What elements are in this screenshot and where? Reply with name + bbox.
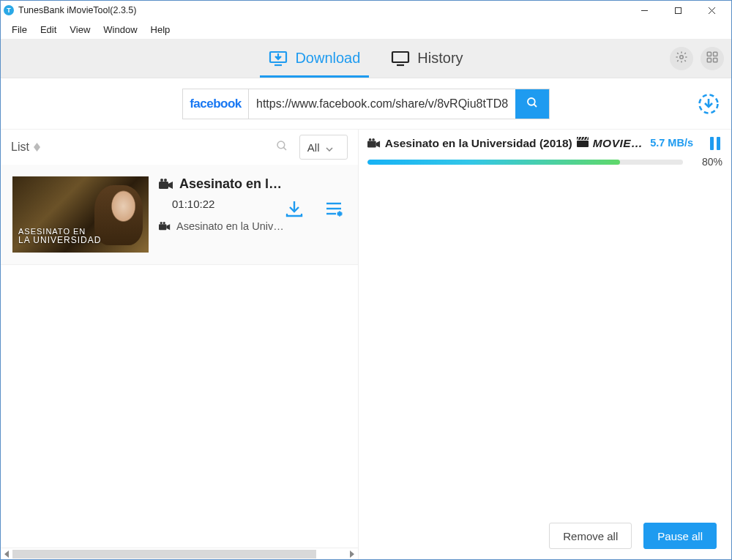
search-button[interactable]	[515, 89, 549, 119]
download-speed: 5.7 MB/s	[650, 137, 693, 149]
svg-point-40	[372, 138, 375, 141]
bulk-download-button[interactable]	[698, 93, 720, 115]
download-icon	[269, 51, 288, 67]
horizontal-scrollbar[interactable]	[1, 548, 358, 559]
app-window: T TunesBank iMovieTool(2.3.5) File Edit …	[0, 0, 732, 560]
menu-view[interactable]: View	[63, 23, 97, 37]
download-item: Asesinato en la Universidad (2018) MOVIE…	[367, 137, 722, 168]
svg-rect-7	[392, 52, 408, 62]
menu-file[interactable]: File	[5, 23, 34, 37]
video-thumbnail: ASESINATO EN LA UNIVERSIDAD	[12, 176, 149, 253]
left-pane: List All	[1, 130, 359, 559]
svg-rect-22	[159, 182, 168, 189]
chevron-down-icon	[326, 141, 333, 154]
pause-all-button[interactable]: Pause all	[643, 523, 717, 549]
url-input[interactable]	[249, 89, 515, 119]
search-icon	[275, 139, 288, 155]
svg-rect-48	[717, 137, 720, 150]
svg-point-34	[337, 212, 342, 216]
camera-icon	[367, 138, 381, 149]
filter-select[interactable]: All	[299, 135, 348, 160]
menu-window[interactable]: Window	[97, 23, 143, 37]
menu-help[interactable]: Help	[144, 23, 177, 37]
tab-history-label: History	[417, 50, 463, 67]
maximize-button[interactable]	[661, 1, 695, 20]
video-title: Asesinato en l…	[179, 176, 282, 192]
tab-history[interactable]: History	[388, 40, 466, 77]
svg-point-9	[680, 55, 684, 59]
item-download-button[interactable]	[283, 200, 305, 220]
remove-all-button[interactable]: Remove all	[549, 523, 632, 549]
svg-rect-1	[675, 7, 681, 13]
svg-point-24	[160, 179, 163, 182]
download-tag: MOVIE…	[593, 137, 643, 150]
svg-rect-10	[707, 52, 711, 56]
list-settings-icon	[324, 200, 343, 220]
list-sort-toggle[interactable]: List	[11, 141, 40, 154]
svg-point-28	[160, 222, 163, 224]
svg-rect-41	[577, 141, 589, 147]
video-list: ASESINATO EN LA UNIVERSIDAD Asesinato en…	[1, 165, 358, 548]
svg-point-29	[163, 222, 165, 224]
camera-icon	[159, 222, 171, 231]
close-button[interactable]	[695, 1, 728, 20]
list-label: List	[11, 141, 29, 154]
scroll-right-arrow[interactable]	[346, 549, 356, 559]
grid-icon	[706, 51, 719, 67]
svg-point-25	[164, 179, 167, 182]
svg-marker-38	[376, 141, 380, 148]
list-item[interactable]: ASESINATO EN LA UNIVERSIDAD Asesinato en…	[1, 165, 358, 265]
svg-marker-23	[168, 182, 173, 189]
item-settings-button[interactable]	[323, 200, 345, 220]
scroll-left-arrow[interactable]	[2, 549, 12, 559]
svg-marker-19	[34, 147, 40, 152]
download-title: Asesinato en la Universidad (2018)	[385, 137, 572, 150]
svg-rect-26	[159, 224, 166, 230]
svg-point-14	[528, 98, 535, 105]
svg-line-15	[534, 104, 537, 107]
svg-rect-11	[714, 52, 717, 56]
settings-button[interactable]	[670, 47, 693, 70]
list-search-button[interactable]	[272, 137, 292, 157]
thumb-caption-line2: LA UNIVERSIDAD	[18, 236, 101, 245]
scroll-track[interactable]	[12, 549, 346, 559]
body: List All	[1, 130, 731, 559]
search-icon	[526, 96, 539, 112]
svg-marker-36	[350, 550, 354, 558]
progress-fill	[367, 160, 620, 165]
minimize-button[interactable]	[627, 1, 661, 20]
source-chip[interactable]: facebook	[183, 89, 249, 119]
main-tabs: Download History	[1, 39, 731, 78]
progress-percent: 80%	[693, 156, 722, 168]
svg-rect-13	[714, 58, 717, 61]
search-row: facebook	[1, 78, 731, 130]
download-circle-icon	[698, 105, 720, 117]
svg-line-21	[283, 147, 286, 150]
clapper-icon	[577, 137, 589, 150]
app-icon: T	[4, 5, 14, 15]
apps-button[interactable]	[701, 47, 724, 70]
svg-point-39	[369, 138, 372, 141]
svg-point-20	[277, 141, 285, 149]
svg-rect-47	[710, 137, 714, 150]
pause-download-button[interactable]	[709, 137, 722, 152]
filter-value: All	[307, 141, 320, 154]
history-icon	[391, 51, 410, 67]
svg-marker-27	[166, 224, 170, 230]
download-icon	[285, 200, 304, 220]
window-controls	[627, 1, 728, 20]
tab-download-label: Download	[295, 50, 360, 67]
svg-rect-12	[707, 58, 711, 61]
tab-download[interactable]: Download	[266, 40, 363, 77]
sort-icon	[34, 143, 40, 152]
menu-edit[interactable]: Edit	[34, 23, 63, 37]
titlebar: T TunesBank iMovieTool(2.3.5)	[1, 1, 731, 20]
scroll-thumb[interactable]	[12, 550, 316, 559]
svg-marker-35	[4, 550, 9, 558]
url-searchbox: facebook	[182, 89, 550, 119]
downloads-actions: Remove all Pause all	[367, 514, 722, 559]
video-subtitle: Asesinato en la Univ…	[176, 220, 284, 232]
list-header: List All	[1, 130, 358, 165]
menubar: File Edit View Window Help	[1, 20, 731, 39]
camera-icon	[159, 179, 173, 190]
